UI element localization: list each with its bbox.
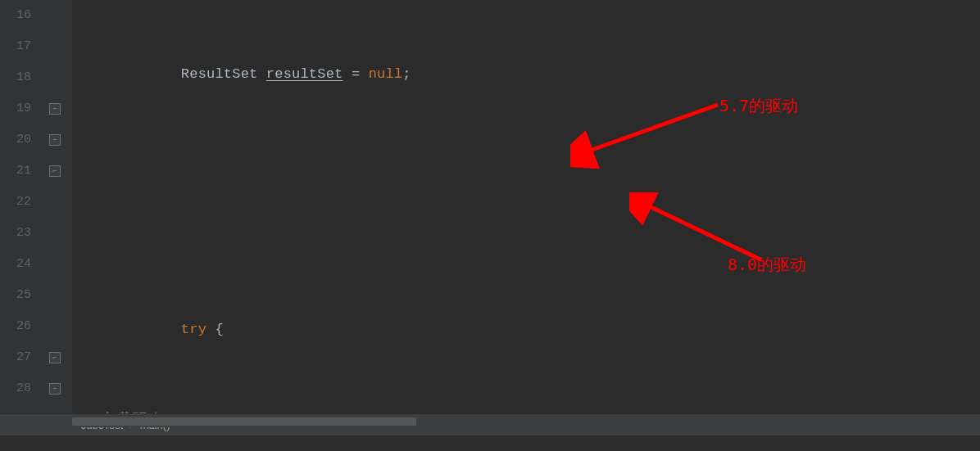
line-number: 27 [0, 342, 31, 373]
annotation-label: 8.0的驱动 [728, 254, 806, 276]
fold-minus-icon[interactable]: − [49, 383, 61, 395]
fold-minus-icon[interactable]: − [49, 134, 61, 146]
fold-column: − − ⌐ ⌐ − [46, 0, 72, 413]
scrollbar-thumb[interactable] [72, 417, 416, 426]
line-number: 17 [0, 31, 31, 62]
line-number: 16 [0, 0, 31, 31]
comment-text: 加载驱动 [104, 412, 161, 413]
indent [79, 322, 181, 337]
brace: { [206, 322, 224, 337]
comment-slashes: // [79, 412, 104, 413]
code-area[interactable]: ResultSet resultSet = null; try { // 加载驱… [72, 0, 980, 413]
code-line[interactable] [72, 149, 980, 180]
code-line[interactable]: ResultSet resultSet = null; [72, 59, 980, 90]
code-line[interactable] [72, 224, 980, 255]
type-name: ResultSet [181, 66, 266, 82]
code-line[interactable]: // 加载驱动 [72, 404, 980, 413]
line-number: 26 [0, 311, 31, 342]
fold-end-icon[interactable]: ⌐ [49, 352, 61, 363]
assign: = [343, 66, 368, 82]
fold-minus-icon[interactable]: − [49, 103, 61, 115]
annotation-label: 5.7的驱动 [719, 95, 798, 117]
code-editor[interactable]: 16 17 18 19 20 21 22 23 24 25 26 27 28 −… [0, 0, 980, 413]
line-number: 21 [0, 156, 31, 187]
line-number: 23 [0, 218, 31, 249]
svg-line-1 [585, 105, 718, 152]
line-number: 22 [0, 187, 31, 218]
keyword-null: null [369, 66, 403, 82]
line-number-gutter: 16 17 18 19 20 21 22 23 24 25 26 27 28 [0, 0, 46, 413]
fold-end-icon[interactable]: ⌐ [49, 165, 61, 177]
line-number: 20 [0, 124, 31, 156]
keyword-try: try [181, 322, 206, 337]
code-line[interactable]: try { [72, 314, 980, 345]
line-number: 18 [0, 62, 31, 93]
line-number: 25 [0, 280, 31, 311]
horizontal-scrollbar[interactable] [0, 416, 980, 427]
semicolon: ; [402, 66, 411, 82]
line-number: 19 [0, 93, 31, 124]
line-number: 24 [0, 249, 31, 280]
indent [79, 66, 181, 82]
line-number: 28 [0, 373, 31, 404]
variable: resultSet [266, 66, 343, 82]
